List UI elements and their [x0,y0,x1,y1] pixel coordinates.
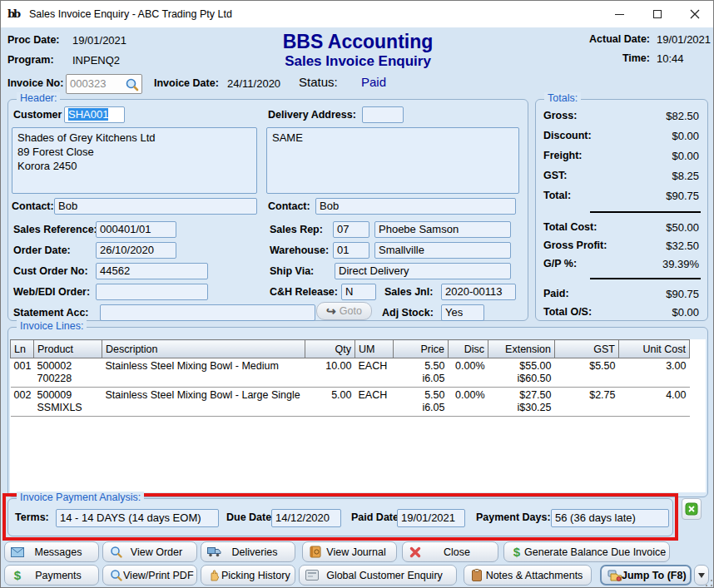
view-order-button[interactable]: View Order [102,541,197,562]
col-um[interactable]: UM [355,340,394,358]
due-date-label: Due Date: [226,511,275,523]
discount-value: $0.00 [672,130,699,142]
customer-input[interactable]: SHA001 [64,106,125,123]
deliveries-label: Deliveries [221,546,295,558]
status-label: Status: [299,75,338,89]
due-date-input[interactable]: 14/12/2020 [271,509,341,527]
paid-value: $90.75 [666,288,699,300]
totals-group: Totals: Gross:$82.50 Discount:$0.00 Frei… [535,99,708,321]
adj-stock-input[interactable]: Yes [441,304,484,321]
terms-label: Terms: [15,511,49,523]
card-icon [305,570,320,581]
view-print-pdf-label: View/Print PDF [123,570,201,581]
sales-jnl-input[interactable]: 2020-00113 [441,284,516,300]
col-unit-cost[interactable]: Unit Cost [619,340,690,358]
terms-input[interactable]: 14 - 14 DAYS (14 days EOM) [56,509,219,527]
close-button[interactable] [676,1,713,27]
web-edi-order-input[interactable] [96,284,208,300]
jump-to-button[interactable]: Jump To (F8) [600,565,692,586]
col-ln[interactable]: Ln [11,340,34,358]
col-product[interactable]: Product [34,340,102,358]
delivery-contact-input[interactable]: Bob [315,198,516,215]
view-journal-button[interactable]: View Journal [302,541,397,562]
cell-gst: $2.75 [555,388,619,417]
goto-button[interactable]: ↪ Goto [316,302,372,320]
envelope-icon [10,547,25,557]
col-gst[interactable]: GST [555,340,619,358]
freight-value: $0.00 [672,150,699,162]
sales-rep-code-input[interactable]: 07 [333,221,369,238]
gp-pct-label: G/P %: [543,258,577,269]
notes-attachments-button[interactable]: Notes & Attachments [464,565,592,586]
cell-extension: $27.50i$30.25 [488,388,555,417]
payments-button[interactable]: $ Payments [4,565,99,586]
cell-ln: 001 [11,358,34,388]
time-label: Time: [589,52,650,65]
sales-reference-input[interactable]: 000401/01 [96,221,176,238]
paid-date-input[interactable]: 19/01/2021 [397,509,465,527]
ship-via-input[interactable]: Direct Delivery [335,263,511,279]
warehouse-name-input[interactable]: Smallville [374,242,511,259]
magnifier-icon [108,546,123,558]
excel-icon [685,502,698,516]
datetime-panel: Actual Date: 19/01/2021 Time: 10:44 [589,33,708,65]
col-price[interactable]: Price [394,340,449,358]
export-excel-button[interactable] [682,498,702,520]
invoice-no-input[interactable]: 000323 [66,74,142,94]
sales-rep-name-input[interactable]: Phoebe Samson [374,221,511,238]
contact-input[interactable]: Bob [54,198,257,215]
view-print-pdf-button[interactable]: View/Print PDF [102,565,197,586]
gross-label: Gross: [543,110,577,121]
table-header-row: Ln Product Description Qty UM Price Disc… [11,340,690,358]
customer-label: Customer [13,109,62,121]
cust-order-no-label: Cust Order No: [13,265,88,277]
search-icon[interactable] [125,77,139,91]
close-label: Close [423,546,498,558]
status-value: Paid [361,75,386,89]
payment-days-label: Payment Days: [476,511,551,523]
delivery-code-input[interactable] [362,106,404,123]
sales-reference-label: Sales Reference: [13,224,97,235]
order-date-input[interactable]: 26/10/2020 [96,242,176,259]
col-qty[interactable]: Qty [305,340,355,358]
gross-profit-label: Gross Profit: [543,240,607,251]
cell-price: 5.50i6.05 [394,388,449,417]
total-cost-value: $50.00 [666,221,699,234]
delivery-address-box[interactable]: SAME [266,127,519,194]
col-disc[interactable]: Disc [449,340,488,358]
maximize-button[interactable] [638,1,676,27]
generate-balance-due-invoice-button[interactable]: $ Generate Balance Due Invoice [503,541,670,562]
cust-order-no-input[interactable]: 44562 [96,263,208,279]
view-order-label: View Order [123,546,196,558]
col-description[interactable]: Description [102,340,305,358]
warehouse-code-input[interactable]: 01 [333,242,369,259]
close-icon [690,9,700,19]
table-row[interactable]: 002 500009SSMIXLS Stainless Steel Mixing… [11,388,690,417]
col-extension[interactable]: Extension [488,340,555,358]
customer-address-box[interactable]: Shades of Grey Kitchens Ltd 89 Forest Cl… [12,127,257,194]
app-window: bb Sales Invoice Enquiry - ABC Trading P… [0,0,714,588]
web-edi-order-label: Web/EDI Order: [13,286,90,298]
close-invoice-button[interactable]: Close [402,541,498,562]
table-row[interactable]: 001 500002700228 Stainless Steel Mixing … [11,358,690,388]
cell-price: 5.50i6.05 [394,358,449,388]
messages-button[interactable]: Messages [4,541,99,562]
picking-history-button[interactable]: Picking History [201,565,295,586]
statement-acc-input[interactable] [100,304,315,321]
totals-separator-2 [590,278,701,279]
maximize-icon [653,10,662,18]
chevron-down-icon [698,573,705,578]
main-area: Proc Date: 19/01/2021 Program: INPENQ2 B… [1,27,714,588]
global-customer-enquiry-label: Global Customer Enquiry [320,570,456,581]
minimize-button[interactable] [601,1,638,27]
deliveries-button[interactable]: Deliveries [201,541,295,562]
invoice-date-label: Invoice Date: [154,77,219,89]
curved-arrow-icon: ↪ [326,306,336,316]
resize-grip[interactable] [705,579,713,587]
picking-history-label: Picking History [221,570,297,581]
payment-days-input[interactable]: 56 (36 days late) [551,509,669,527]
global-customer-enquiry-button[interactable]: Global Customer Enquiry [299,565,457,586]
gst-label: GST: [543,170,567,181]
sales-jnl-label: Sales Jnl: [384,286,433,298]
ch-release-input[interactable]: N [341,284,376,300]
